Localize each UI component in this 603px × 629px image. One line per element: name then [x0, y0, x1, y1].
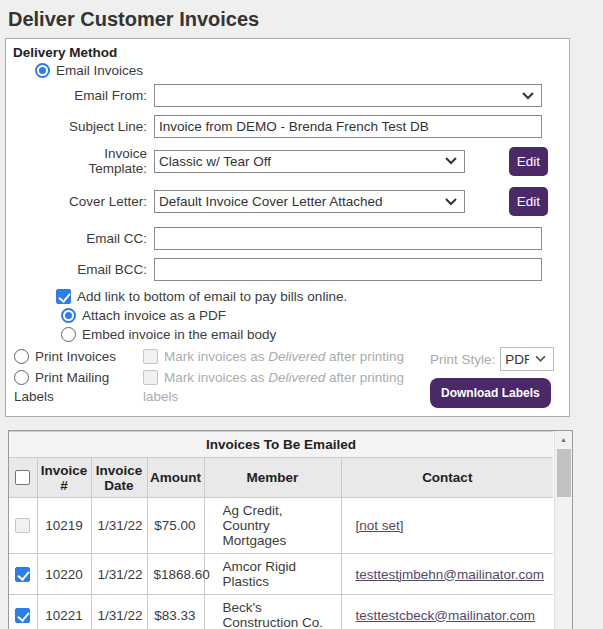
scrollbar-up-arrow-icon[interactable]: ▲	[555, 431, 572, 448]
invoice-number: 10221	[37, 595, 91, 629]
table-row: 10220 1/31/22 $1868.60 Amcor Rigid Plast…	[9, 554, 553, 595]
invoice-amount: $83.33	[147, 595, 204, 629]
invoices-table-panel: Invoices To Be Emailed Invoice # Invoice…	[8, 430, 573, 629]
mark-delivered-printing-option: Mark invoices as Delivered after printin…	[143, 347, 430, 366]
subject-line-input[interactable]	[154, 115, 542, 138]
invoice-number: 10219	[37, 498, 91, 554]
contact-link[interactable]: testtestcbeck@mailinator.com	[356, 608, 536, 623]
delivered-italic: Delivered	[268, 370, 325, 385]
mark-delivered-labels-text: Mark invoices as	[164, 370, 268, 385]
delivered-italic: Delivered	[268, 349, 325, 364]
invoice-date: 1/31/22	[91, 595, 147, 629]
table-row: 10221 1/31/22 $83.33 Beck's Construction…	[9, 595, 553, 629]
attach-pdf-option[interactable]: Attach invoice as a PDF	[61, 308, 569, 323]
edit-template-button[interactable]: Edit	[509, 147, 548, 176]
col-header-invoice: Invoice #	[37, 458, 91, 498]
pay-bills-link-option[interactable]: Add link to bottom of email to pay bills…	[56, 289, 569, 304]
scrollbar-thumb[interactable]	[557, 449, 571, 497]
delivery-method-legend: Delivery Method	[13, 45, 569, 60]
delivery-method-panel: Delivery Method Email Invoices Email Fro…	[5, 38, 570, 417]
print-invoices-option[interactable]: Print Invoices	[14, 347, 143, 366]
email-bcc-input[interactable]	[154, 258, 542, 281]
embed-invoice-radio[interactable]	[61, 327, 76, 342]
attach-pdf-label: Attach invoice as a PDF	[82, 308, 226, 323]
cover-letter-label: Cover Letter:	[6, 194, 154, 209]
print-invoices-label: Print Invoices	[35, 349, 116, 364]
mark-delivered-printing-text: Mark invoices as	[164, 349, 268, 364]
cover-letter-select[interactable]: Default Invoice Cover Letter Attached	[154, 190, 465, 213]
mark-delivered-labels-checkbox	[143, 370, 158, 385]
attach-pdf-radio[interactable]	[61, 308, 76, 323]
select-all-checkbox[interactable]	[15, 470, 30, 485]
member-name: Beck's Construction Co.	[204, 595, 341, 629]
page-title: Deliver Customer Invoices	[0, 0, 603, 38]
print-mailing-labels-option[interactable]: Print Mailing Labels	[14, 368, 143, 406]
embed-invoice-option[interactable]: Embed invoice in the email body	[61, 327, 569, 342]
contact-link[interactable]: [not set]	[356, 518, 404, 533]
col-header-contact: Contact	[341, 458, 553, 498]
email-invoices-label: Email Invoices	[56, 63, 143, 78]
email-invoices-option[interactable]: Email Invoices	[35, 63, 569, 78]
row-checkbox[interactable]	[15, 567, 30, 582]
email-cc-label: Email CC:	[6, 231, 154, 246]
print-style-label: Print Style:	[430, 352, 495, 367]
email-cc-row: Email CC:	[6, 227, 569, 250]
invoice-amount: $75.00	[147, 498, 204, 554]
download-labels-button[interactable]: Download Labels	[430, 378, 551, 408]
email-bcc-row: Email BCC:	[6, 258, 569, 281]
invoice-amount: $1868.60	[147, 554, 204, 595]
mark-delivered-labels-option: Mark invoices as Delivered after printin…	[143, 368, 430, 406]
after-printing-text: after printing	[325, 349, 404, 364]
invoice-template-select[interactable]: Classic w/ Tear Off	[154, 150, 465, 173]
invoices-table: Invoices To Be Emailed Invoice # Invoice…	[9, 431, 553, 629]
embed-invoice-label: Embed invoice in the email body	[82, 327, 276, 342]
invoice-number: 10220	[37, 554, 91, 595]
pay-bills-link-label: Add link to bottom of email to pay bills…	[77, 289, 347, 304]
invoice-date: 1/31/22	[91, 554, 147, 595]
row-checkbox[interactable]	[15, 608, 30, 623]
email-from-label: Email From:	[6, 88, 154, 103]
col-header-date: Invoice Date	[91, 458, 147, 498]
print-invoices-radio[interactable]	[14, 349, 29, 364]
print-style-select[interactable]: PDF	[500, 347, 554, 371]
member-name: Amcor Rigid Plastics	[204, 554, 341, 595]
mark-delivered-printing-checkbox	[143, 349, 158, 364]
col-header-amount: Amount	[147, 458, 204, 498]
print-mailing-labels-radio[interactable]	[14, 370, 29, 385]
pay-bills-link-checkbox[interactable]	[56, 289, 71, 304]
subject-line-row: Subject Line:	[6, 115, 569, 138]
table-scrollbar[interactable]: ▲	[554, 431, 572, 629]
email-from-row: Email From:	[6, 84, 569, 107]
invoice-template-label: Invoice Template:	[6, 146, 154, 176]
col-header-member: Member	[204, 458, 341, 498]
email-invoices-radio[interactable]	[35, 63, 50, 78]
invoice-date: 1/31/22	[91, 498, 147, 554]
edit-cover-letter-button[interactable]: Edit	[509, 187, 548, 216]
cover-letter-row: Cover Letter: Default Invoice Cover Lett…	[6, 187, 569, 216]
email-cc-input[interactable]	[154, 227, 542, 250]
email-from-select[interactable]	[154, 84, 542, 107]
contact-link[interactable]: testtestjmbehn@mailinator.com	[356, 567, 545, 582]
member-name: Ag Credit, Country Mortgages	[204, 498, 341, 554]
email-bcc-label: Email BCC:	[6, 262, 154, 277]
table-title: Invoices To Be Emailed	[9, 432, 553, 458]
subject-line-label: Subject Line:	[6, 119, 154, 134]
select-all-header[interactable]	[9, 458, 37, 498]
row-checkbox	[15, 518, 30, 533]
invoice-template-row: Invoice Template: Classic w/ Tear Off Ed…	[6, 146, 569, 176]
table-row: 10219 1/31/22 $75.00 Ag Credit, Country …	[9, 498, 553, 554]
